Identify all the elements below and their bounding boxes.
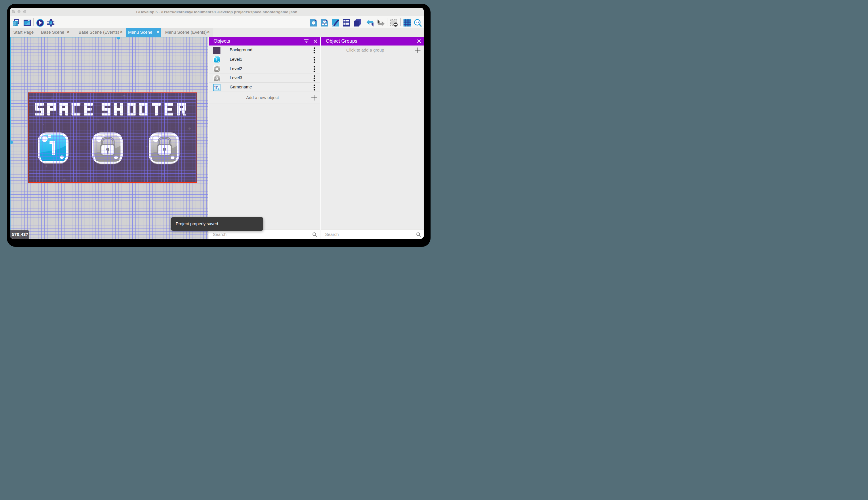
svg-text:1:1: 1:1 <box>415 21 419 24</box>
svg-text:x: x <box>218 87 219 90</box>
svg-text:T: T <box>214 85 218 90</box>
